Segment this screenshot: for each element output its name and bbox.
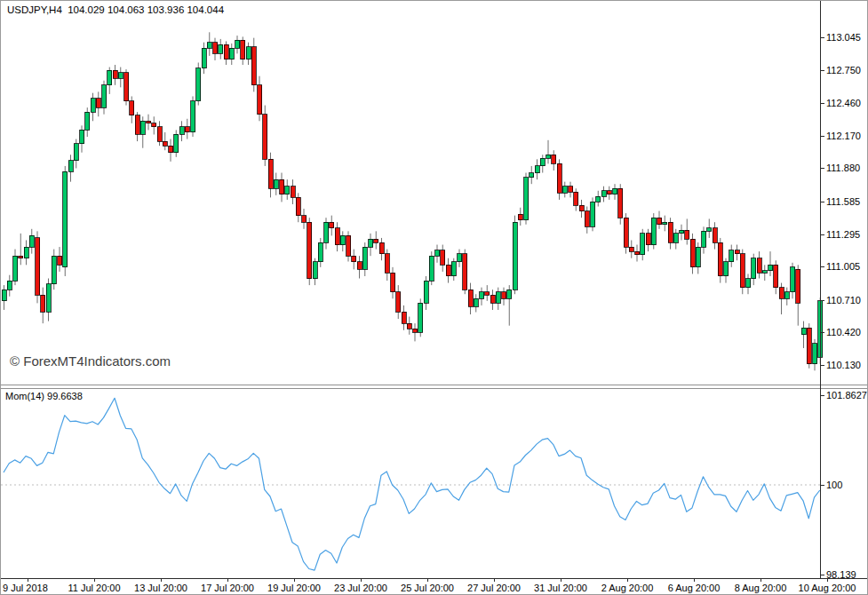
time-axis-label: 6 Aug 20:00 [661,583,727,593]
candle-body [7,281,12,290]
price-axis-tick [820,202,824,202]
candle-body [113,70,117,78]
candle-body [613,188,617,194]
candle-body [485,292,490,296]
candle-body [29,235,34,247]
candle-body [202,48,206,68]
price-axis-tick [820,332,824,333]
candle-body [574,192,578,205]
candle-body [291,186,295,198]
candle-body [379,242,384,254]
candle-body [224,44,228,59]
candle-body [280,179,284,194]
price-axis-tick [820,300,824,301]
time-axis-label: 25 Jul 20:00 [394,583,460,593]
candle-body [80,130,84,143]
candle-body [463,254,467,290]
candle-body [424,281,428,303]
candle-body [369,239,373,247]
candle-body [63,171,68,267]
candle-body [690,239,695,267]
time-axis-label: 13 Jul 20:00 [128,583,194,593]
candle-body [235,40,240,48]
indicator-axis-label: 100 [826,480,842,490]
candle-body [435,250,440,256]
candle-body [41,295,45,312]
candle-body [540,158,545,166]
candle-body [557,163,561,193]
candle-body [801,328,806,335]
candle-body [490,295,495,303]
candle-body [535,166,539,173]
time-axis-tick [827,578,828,582]
time-axis-tick [361,578,362,582]
time-axis-line [1,578,868,579]
candle-body [507,290,512,298]
candle-body [191,101,195,132]
candle-body [458,254,462,262]
candle-body [357,262,362,270]
candle-body [774,265,778,287]
candle-body [474,298,478,306]
momentum-indicator-pane[interactable] [1,389,868,578]
candle-body [407,323,411,329]
candle-body [784,292,789,299]
time-axis-label: 23 Jul 20:00 [328,583,394,593]
candle-body [58,256,62,265]
candle-body [124,73,129,101]
candle-body [702,231,706,247]
price-axis-label: 111.585 [826,196,860,207]
price-axis-tick [820,234,824,235]
candle-body [402,312,406,323]
mt4-chart-window: USDJPY,H4 104.029 104.063 103.936 104.04… [0,0,868,595]
candle-body [740,254,745,288]
candle-body [524,178,529,220]
candle-body [757,258,761,273]
candle-body [251,47,256,85]
candle-body [502,292,506,299]
pane-separator-top[interactable] [1,385,868,385]
candlestick-chart[interactable] [1,1,824,385]
candle-body [629,247,633,251]
candle-body [263,115,267,160]
candle-body [2,290,6,301]
candle-body [102,85,107,107]
price-axis-label: 111.005 [826,261,860,272]
candle-body [207,43,211,48]
time-axis-tick [28,578,28,582]
candle-body [707,228,712,232]
price-axis-label: 112.750 [826,65,861,75]
price-axis-line [820,1,821,578]
candle-body [552,155,556,163]
time-axis-label: 31 Jul 20:00 [528,583,593,593]
indicator-axis-tick [820,395,824,396]
candle-body [185,127,189,132]
candle-body [607,191,611,194]
momentum-indicator-label: Mom(14) 99.6638 [5,391,83,401]
candle-body [673,234,678,242]
candle-body [762,271,767,274]
time-axis-tick [161,578,162,582]
candle-body [108,70,112,84]
symbol-ohlc-title: USDJPY,H4 104.029 104.063 103.936 104.04… [7,4,224,15]
candle-body [85,112,90,130]
time-axis-label: 17 Jul 20:00 [195,583,260,593]
price-axis-label: 110.130 [826,360,861,370]
momentum-line-chart[interactable] [1,389,824,578]
candle-body [296,197,300,215]
candle-body [118,73,123,78]
candle-body [646,234,650,245]
price-axis-tick [820,70,824,71]
candle-body [446,265,450,276]
price-chart-pane[interactable]: USDJPY,H4 104.029 104.063 103.936 104.04… [1,1,868,385]
time-axis-label: 27 Jul 20:00 [461,583,527,593]
candle-body [518,214,522,219]
candle-body [302,216,307,223]
candle-body [179,127,184,135]
time-axis-tick [694,578,695,582]
candle-body [729,250,734,262]
candle-body [362,247,367,269]
candle-body [768,265,773,270]
candle-body [352,256,356,261]
candle-body [68,161,73,172]
